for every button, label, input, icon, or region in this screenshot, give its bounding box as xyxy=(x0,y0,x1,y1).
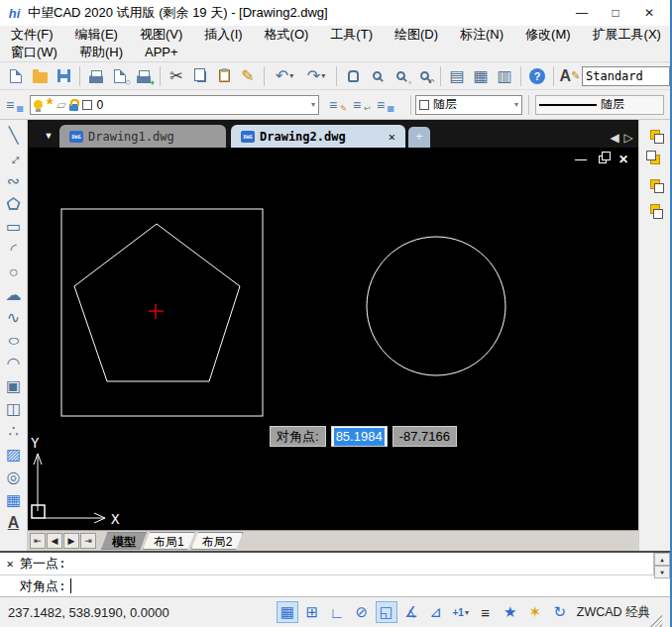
new-tab-icon[interactable]: + xyxy=(408,127,430,148)
layer-freeze-icon[interactable]: * xyxy=(47,100,53,110)
revision-cloud-icon[interactable]: ☁ xyxy=(2,283,26,306)
send-under-objects-icon[interactable] xyxy=(650,202,660,217)
help-icon[interactable]: ? xyxy=(525,64,549,88)
object-snap-icon[interactable]: ◱ xyxy=(376,601,397,623)
rectangle-icon[interactable]: ▭ xyxy=(2,215,26,238)
redo-icon[interactable]: ↷▾ xyxy=(300,64,332,88)
cut-icon[interactable]: ✂ xyxy=(165,64,188,88)
tab-drawing1[interactable]: DWG Drawing1.dwg xyxy=(59,125,226,148)
text-style-select[interactable]: Standard xyxy=(582,66,670,86)
menu-window[interactable]: 窗口(W) xyxy=(0,44,68,61)
menu-modify[interactable]: 修改(M) xyxy=(514,26,582,44)
point-icon[interactable]: ∴ xyxy=(2,420,26,443)
make-block-icon[interactable]: ◫ xyxy=(2,397,26,420)
layout-prev-icon[interactable]: ◀ xyxy=(47,533,62,549)
plot-icon[interactable] xyxy=(84,64,108,88)
circle-shape[interactable] xyxy=(367,237,505,375)
layout-next-icon[interactable]: ▶ xyxy=(63,533,79,549)
insert-block-icon[interactable]: ▣ xyxy=(2,374,26,397)
layer-on-bulb-icon[interactable] xyxy=(34,100,43,109)
tab-layout2[interactable]: 布局2 xyxy=(191,532,244,550)
layer-select-arrow-icon[interactable]: ▾ xyxy=(311,100,315,109)
print-preview-icon[interactable]: ○ xyxy=(108,64,132,88)
ortho-toggle-icon[interactable]: ∟ xyxy=(326,601,348,623)
polyline-icon[interactable]: ∾ xyxy=(2,169,26,192)
design-center-icon[interactable]: ▦ xyxy=(469,64,493,88)
annotation-autoscale-icon[interactable]: ✶ xyxy=(524,601,546,623)
menu-help[interactable]: 帮助(H) xyxy=(68,44,134,61)
menu-dimension[interactable]: 标注(N) xyxy=(449,26,514,44)
zoom-realtime-icon[interactable] xyxy=(365,64,389,88)
text-style-icon[interactable]: A✎ xyxy=(558,64,582,88)
dynamic-ucs-icon[interactable]: ⊿ xyxy=(425,601,447,623)
menu-insert[interactable]: 插入(I) xyxy=(193,26,253,44)
scroll-down-icon[interactable]: ▼ xyxy=(654,566,670,578)
scroll-up-icon[interactable]: ▲ xyxy=(654,553,670,566)
tab-scroll-right-icon[interactable]: ▷ xyxy=(622,131,634,145)
annotation-visibility-icon[interactable]: ★ xyxy=(500,601,521,623)
menu-express-tools[interactable]: 扩展工具(X) xyxy=(582,26,672,44)
dynamic-input-icon[interactable]: +1▾ xyxy=(450,601,472,623)
layer-states-manager-icon[interactable]: ≡▦ xyxy=(373,93,396,117)
zoom-window-icon[interactable]: ▫ xyxy=(389,64,412,88)
menu-file[interactable]: 文件(F) xyxy=(0,26,64,44)
bring-to-front-icon[interactable] xyxy=(650,128,660,143)
dynamic-input-x-field[interactable]: 85.1984 xyxy=(331,426,388,447)
mdi-minimize-icon[interactable]: — xyxy=(575,153,587,166)
menu-draw[interactable]: 绘图(D) xyxy=(384,26,449,44)
layer-lock-icon[interactable] xyxy=(69,104,78,111)
tab-model[interactable]: 模型 xyxy=(101,532,147,550)
polygon-icon[interactable] xyxy=(2,192,26,215)
object-snap-tracking-icon[interactable]: ∡ xyxy=(400,601,422,623)
paste-icon[interactable] xyxy=(212,64,236,88)
ellipse-arc-icon[interactable]: ◠ xyxy=(2,352,26,374)
tab-list-menu-icon[interactable]: ▼ xyxy=(40,126,57,146)
layer-plot-icon[interactable]: ▱ xyxy=(56,98,65,112)
spline-icon[interactable]: ∿ xyxy=(2,306,26,329)
color-select[interactable]: 随层 ▾ xyxy=(415,95,522,115)
maximize-icon[interactable]: □ xyxy=(601,3,630,23)
send-to-back-icon[interactable] xyxy=(650,153,660,167)
tab-scroll-left-icon[interactable]: ◀ xyxy=(609,131,620,145)
command-scrollbar[interactable]: ▲ ▼ xyxy=(653,553,670,575)
command-input[interactable]: 对角点: xyxy=(0,575,670,596)
donut-icon[interactable]: ◎ xyxy=(2,466,26,488)
menu-view[interactable]: 视图(V) xyxy=(129,26,193,44)
publish-icon[interactable]: ➔ xyxy=(132,64,156,88)
tab-drawing2[interactable]: DWG Drawing2.dwg ✕ xyxy=(231,125,405,148)
bring-above-objects-icon[interactable] xyxy=(650,177,660,192)
snap-toggle-icon[interactable]: ▦ xyxy=(277,601,298,623)
layer-color-swatch[interactable] xyxy=(82,100,92,110)
mdi-restore-icon[interactable] xyxy=(599,156,607,163)
mtext-icon[interactable]: A xyxy=(2,511,26,534)
command-close-icon[interactable]: ✕ xyxy=(0,557,20,571)
menu-format[interactable]: 格式(O) xyxy=(254,26,320,44)
grid-toggle-icon[interactable]: ⊞ xyxy=(301,601,323,623)
linetype-select[interactable]: 随层 xyxy=(535,95,664,115)
tab-close-icon[interactable]: ✕ xyxy=(389,130,395,144)
tab-layout1[interactable]: 布局1 xyxy=(143,532,195,550)
pan-icon[interactable] xyxy=(341,64,365,88)
open-icon[interactable] xyxy=(28,64,52,88)
undo-icon[interactable]: ↶▾ xyxy=(269,64,300,88)
properties-palette-icon[interactable]: ▤ xyxy=(445,64,469,88)
layer-select[interactable]: * ▱ 0 ▾ xyxy=(30,95,319,115)
make-object-layer-current-icon[interactable]: ≡✎ xyxy=(325,93,349,117)
arc-icon[interactable]: ◜ xyxy=(2,238,26,261)
close-icon[interactable]: ✕ xyxy=(634,3,664,23)
menu-edit[interactable]: 编辑(E) xyxy=(64,26,129,44)
layout-last-icon[interactable]: ⇥ xyxy=(80,533,96,549)
save-icon[interactable] xyxy=(52,64,75,88)
mdi-close-icon[interactable]: ✕ xyxy=(618,153,628,166)
match-properties-icon[interactable]: ✎ xyxy=(236,64,260,88)
copy-icon[interactable] xyxy=(188,64,212,88)
color-select-arrow-icon[interactable]: ▾ xyxy=(514,100,518,109)
line-icon[interactable]: ╲ xyxy=(2,124,26,147)
workspace-switch-icon[interactable]: ↻ xyxy=(549,601,571,623)
new-icon[interactable] xyxy=(4,64,28,88)
layer-previous-icon[interactable]: ≡↩ xyxy=(349,93,373,117)
resize-grip[interactable] xyxy=(650,615,662,627)
rectangle-shape[interactable] xyxy=(61,209,263,416)
menu-app-plus[interactable]: APP+ xyxy=(134,44,189,61)
circle-icon[interactable]: ○ xyxy=(2,261,26,283)
